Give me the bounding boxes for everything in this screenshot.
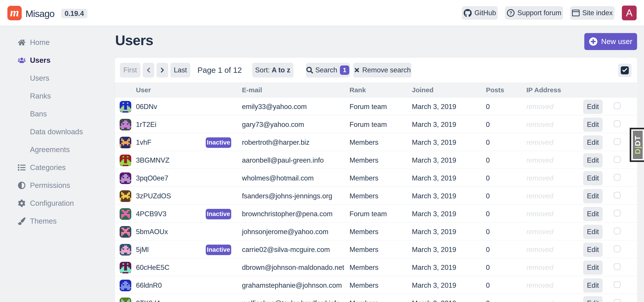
svg-text:m: m xyxy=(10,6,19,19)
svg-text:?: ? xyxy=(509,10,512,15)
